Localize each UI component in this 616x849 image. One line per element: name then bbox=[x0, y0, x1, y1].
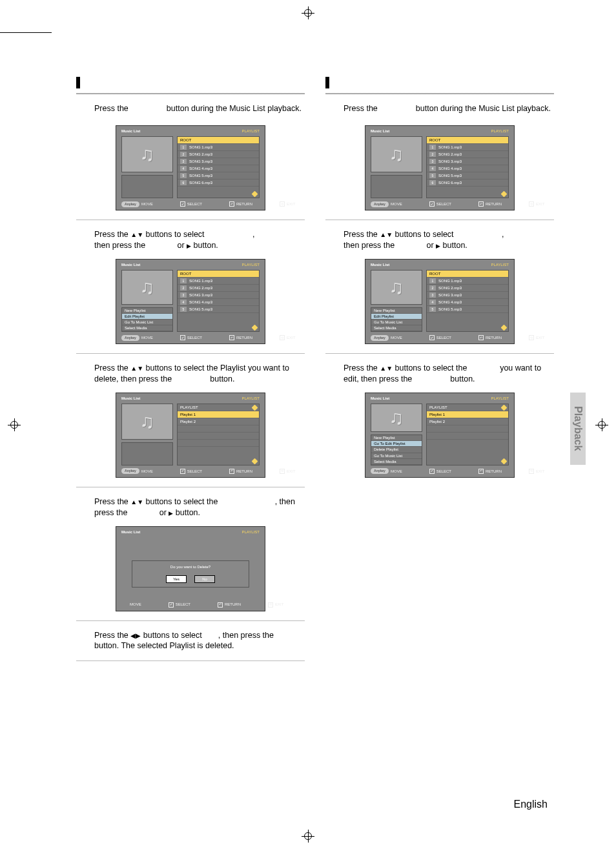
anykey-icon: AnykeyMOVE bbox=[121, 201, 153, 207]
ss-right-label: PLAYLIST bbox=[491, 262, 509, 267]
reg-mark-right bbox=[588, 412, 616, 438]
scroll-down-icon bbox=[252, 325, 258, 331]
ss-right-label: PLAYLIST bbox=[241, 396, 260, 401]
n: 1 bbox=[180, 278, 187, 283]
side-tab-playback: Playback bbox=[570, 393, 586, 465]
pill: Anykey bbox=[371, 468, 389, 474]
label: SONG 3.mp3 bbox=[438, 159, 462, 164]
ss-title: Music List bbox=[371, 396, 389, 401]
col-left: Delete the Playlist 1 Press the ANYKEY b… bbox=[76, 76, 305, 670]
screenshot-playlist-popup: Music ListPLAYLIST ♫ New Playlist Go To … bbox=[365, 393, 515, 478]
music-note-icon: ♫ bbox=[140, 409, 155, 435]
enter-label: ENTER bbox=[397, 241, 424, 250]
label: SONG 3.mp3 bbox=[189, 159, 212, 164]
step-number: 1 bbox=[76, 103, 90, 118]
screenshot-music-list: Music ListPLAYLIST ♫ ROOT 1SONG 1.mp3 2S… bbox=[365, 125, 515, 210]
up-down-arrow-icon bbox=[130, 497, 143, 506]
n: 4 bbox=[429, 300, 436, 305]
t: buttons to select bbox=[393, 230, 456, 239]
n: 3 bbox=[429, 292, 436, 298]
label: MOVE bbox=[391, 201, 402, 207]
label: MOVE bbox=[141, 335, 153, 340]
divider bbox=[76, 93, 305, 94]
pill: Anykey bbox=[121, 335, 139, 341]
num: 1 bbox=[180, 145, 187, 150]
t: Press the bbox=[344, 104, 380, 113]
label: RETURN bbox=[236, 335, 252, 340]
col-right: Go To Edit Playlist 1 Press the ANYKEY b… bbox=[325, 76, 554, 670]
ss-right-label: PLAYLIST bbox=[241, 529, 260, 535]
label: RETURN bbox=[236, 201, 252, 207]
t: button. bbox=[173, 508, 200, 517]
label: MOVE bbox=[130, 602, 141, 607]
t: , bbox=[502, 230, 504, 239]
label: SONG 1.mp3 bbox=[438, 278, 462, 283]
step-5: 5 Press the buttons to select Yes, then … bbox=[76, 630, 305, 652]
scroll-down-icon bbox=[252, 458, 258, 464]
label: SONG 1.mp3 bbox=[189, 145, 212, 150]
label: ROOT bbox=[180, 271, 191, 276]
label: SONG 5.mp3 bbox=[189, 173, 212, 178]
step-text: Press the buttons to select the Delete P… bbox=[94, 496, 305, 518]
step-text: Press the buttons to select the Playlist… bbox=[94, 363, 305, 385]
label: SELECT bbox=[176, 602, 190, 607]
label: Playlist 1 bbox=[180, 412, 196, 417]
n: 5 bbox=[429, 173, 436, 178]
t: Press the bbox=[94, 631, 130, 640]
t: buttons to select the bbox=[143, 497, 220, 506]
n: 3 bbox=[429, 159, 436, 164]
text: Press the bbox=[94, 104, 130, 113]
t: button. bbox=[208, 374, 235, 384]
scroll-down-icon bbox=[501, 191, 508, 198]
up-down-arrow-icon bbox=[130, 363, 143, 373]
label: SONG 4.mp3 bbox=[438, 166, 462, 171]
t: buttons to select bbox=[141, 631, 204, 640]
t: button during the Music List playback. bbox=[413, 104, 551, 113]
ss-list: ROOT 1SONG 1.mp3 2SONG 2.mp3 3SONG 3.mp3… bbox=[177, 136, 260, 198]
label: Select Media bbox=[374, 459, 396, 464]
label: Go To Music List bbox=[125, 320, 153, 325]
label: Edit Playlist bbox=[374, 314, 394, 319]
label: Select Media bbox=[125, 325, 147, 331]
n: 1 bbox=[429, 145, 436, 150]
n: 3 bbox=[180, 292, 187, 298]
divider bbox=[76, 353, 305, 354]
n: 2 bbox=[180, 285, 187, 291]
label: SONG 4.mp3 bbox=[189, 166, 212, 171]
t: button. bbox=[440, 241, 467, 250]
t: button. The selected Playlist is deleted… bbox=[94, 641, 234, 650]
label: Select Media bbox=[374, 325, 396, 331]
divider bbox=[325, 220, 554, 220]
screenshot-popup: Music ListPLAYLIST ♫ New Playlist Edit P… bbox=[365, 259, 515, 344]
n: 5 bbox=[429, 307, 436, 312]
t: buttons to select bbox=[143, 230, 207, 239]
divider bbox=[325, 93, 554, 94]
label: SONG 4.mp3 bbox=[189, 300, 212, 305]
label: SONG 6.mp3 bbox=[438, 180, 462, 185]
t: then press the bbox=[94, 241, 148, 250]
confirm-dialog: Do you want to Delete? Yes No bbox=[132, 560, 249, 588]
label: EXIT bbox=[287, 469, 295, 474]
label: SONG 6.mp3 bbox=[189, 180, 212, 185]
step-text: Press the buttons to select Edit Playlis… bbox=[344, 229, 554, 251]
label: SELECT bbox=[436, 201, 451, 207]
label: SELECT bbox=[436, 469, 451, 474]
heading-text: Go To Edit Playlist bbox=[334, 76, 419, 89]
yes-label: Yes bbox=[204, 631, 218, 640]
step-number: 3 bbox=[325, 363, 340, 377]
label: SONG 4.mp3 bbox=[438, 300, 462, 305]
t: Press the bbox=[94, 363, 130, 373]
label: SELECT bbox=[187, 335, 202, 340]
up-down-arrow-icon bbox=[130, 230, 143, 239]
divider bbox=[325, 353, 554, 354]
label: SONG 2.mp3 bbox=[189, 285, 212, 291]
t: button. bbox=[448, 374, 475, 384]
num: 5 bbox=[180, 173, 187, 178]
label: RETURN bbox=[486, 469, 502, 474]
ss-info-box bbox=[121, 175, 173, 198]
playlist-label: Playlist bbox=[469, 363, 498, 373]
t: then press the bbox=[344, 241, 397, 250]
dialog-yes-button: Yes bbox=[166, 575, 187, 583]
step-number: 1 bbox=[325, 103, 340, 118]
music-note-icon: ♫ bbox=[389, 141, 404, 168]
